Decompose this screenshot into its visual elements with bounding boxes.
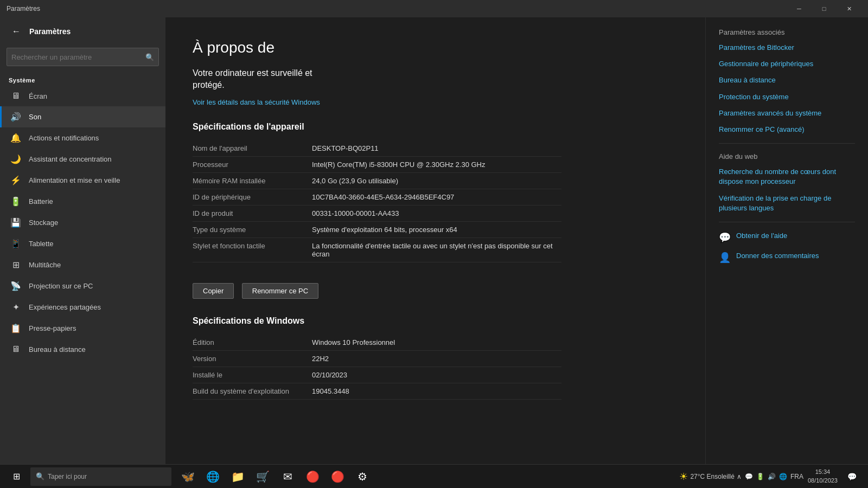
spec-label: ID de périphérique bbox=[193, 193, 312, 201]
link-feedback[interactable]: Donner des commentaires bbox=[736, 251, 819, 261]
spec-label: Installé le bbox=[193, 371, 312, 379]
main-content: À propos de Votre ordinateur est surveil… bbox=[165, 17, 705, 464]
spec-row-install-date: Installé le 02/10/2023 bbox=[193, 367, 561, 383]
sidebar-item-label: Presse-papiers bbox=[29, 324, 76, 332]
link-rename-pc[interactable]: Renommer ce PC (avancé) bbox=[719, 125, 855, 134]
sidebar-item-ecran[interactable]: 🖥 Écran bbox=[0, 86, 165, 106]
share-icon: ✦ bbox=[10, 302, 21, 312]
taskbar-app-mail[interactable]: ✉ bbox=[276, 465, 299, 489]
taskbar-app-explorer[interactable]: 📁 bbox=[226, 465, 250, 489]
taskbar-tray: ∧ 💬 🔋 🔊 🌐 FRA bbox=[737, 473, 803, 480]
link-system-protection[interactable]: Protection du système bbox=[719, 92, 855, 102]
back-button[interactable]: ← bbox=[9, 24, 24, 39]
sidebar-item-multitache[interactable]: ⊞ Multitâche bbox=[0, 254, 165, 275]
right-panel: Paramètres associés Paramètres de Bitloc… bbox=[705, 17, 868, 464]
taskbar-app-settings[interactable]: ⚙ bbox=[350, 465, 374, 489]
spec-row-device-id: ID de périphérique 10C7BA40-3660-44E5-A6… bbox=[193, 189, 561, 206]
clock-date: 08/10/2023 bbox=[808, 477, 838, 485]
tray-chat[interactable]: 💬 bbox=[745, 473, 753, 480]
search-box[interactable]: 🔍 bbox=[7, 48, 159, 66]
help-title: Aide du web bbox=[719, 152, 855, 160]
spec-value: DESKTOP-BQ02P11 bbox=[312, 144, 561, 152]
notification-button[interactable]: 💬 bbox=[840, 465, 864, 489]
spec-row-nom: Nom de l'appareil DESKTOP-BQ02P11 bbox=[193, 140, 561, 157]
taskbar-clock[interactable]: 15:34 08/10/2023 bbox=[808, 468, 838, 485]
app-container: ← Paramètres 🔍 Système 🖥 Écran 🔊 Son 🔔 A… bbox=[0, 17, 868, 464]
sidebar-item-son[interactable]: 🔊 Son bbox=[0, 106, 165, 127]
spec-row-product-id: ID de produit 00331-10000-00001-AA433 bbox=[193, 206, 561, 222]
sidebar-app-title: Paramètres bbox=[29, 27, 71, 36]
link-remote-desktop[interactable]: Bureau à distance bbox=[719, 75, 855, 85]
notification-icon: 🔔 bbox=[10, 133, 21, 143]
sidebar-item-bureau[interactable]: 🖥 Bureau à distance bbox=[0, 339, 165, 359]
taskbar: ⊞ 🔍 Taper ici pour 🦋 🌐 📁 🛒 ✉ 🔴 🔴 ⚙ ☀ 27°… bbox=[0, 464, 868, 488]
spec-label: Processeur bbox=[193, 160, 312, 169]
sidebar-item-projection[interactable]: 📡 Projection sur ce PC bbox=[0, 275, 165, 297]
spec-label: ID de produit bbox=[193, 209, 312, 217]
rename-button[interactable]: Renommer ce PC bbox=[242, 283, 318, 299]
spec-label: Nom de l'appareil bbox=[193, 144, 312, 152]
security-link[interactable]: Voir les détails dans la sécurité Window… bbox=[193, 98, 320, 106]
sidebar-item-notifications[interactable]: 🔔 Actions et notifications bbox=[0, 127, 165, 149]
sidebar-item-label: Écran bbox=[29, 92, 47, 100]
window-controls: ─ □ ✕ bbox=[787, 0, 861, 17]
tray-language[interactable]: FRA bbox=[790, 473, 803, 480]
search-input[interactable] bbox=[11, 53, 145, 61]
sidebar-item-batterie[interactable]: 🔋 Batterie bbox=[0, 191, 165, 212]
close-button[interactable]: ✕ bbox=[837, 0, 861, 17]
sidebar-item-assistant[interactable]: 🌙 Assistant de concentration bbox=[0, 149, 165, 170]
taskbar-app-store[interactable]: 🛒 bbox=[251, 465, 275, 489]
spec-value: Système d'exploitation 64 bits, processe… bbox=[312, 226, 561, 234]
sidebar-item-alimentation[interactable]: ⚡ Alimentation et mise en veille bbox=[0, 170, 165, 191]
sidebar-item-presse[interactable]: 📋 Presse-papiers bbox=[0, 318, 165, 339]
tray-volume[interactable]: 🔊 bbox=[768, 473, 776, 480]
sidebar-item-tablette[interactable]: 📱 Tablette bbox=[0, 233, 165, 254]
start-button[interactable]: ⊞ bbox=[4, 465, 28, 489]
taskbar-app-red1[interactable]: 🔴 bbox=[301, 465, 324, 489]
taskbar-app-red2[interactable]: 🔴 bbox=[326, 465, 349, 489]
moon-icon: 🌙 bbox=[10, 154, 21, 164]
spec-value: Intel(R) Core(TM) i5-8300H CPU @ 2.30GHz… bbox=[312, 160, 561, 169]
associated-params-title: Paramètres associés bbox=[719, 28, 855, 36]
copy-button[interactable]: Copier bbox=[193, 283, 234, 299]
sidebar-item-label: Bureau à distance bbox=[29, 345, 86, 354]
link-cores[interactable]: Recherche du nombre de cœurs dont dispos… bbox=[719, 167, 855, 187]
taskbar-app-icons: 🦋 🌐 📁 🛒 ✉ 🔴 🔴 ⚙ bbox=[176, 465, 374, 489]
link-languages[interactable]: Vérification de la prise en charge de pl… bbox=[719, 194, 855, 213]
taskbar-app-butterfly[interactable]: 🦋 bbox=[176, 465, 200, 489]
link-get-help[interactable]: Obtenir de l'aide bbox=[736, 231, 787, 241]
divider2 bbox=[719, 222, 855, 222]
minimize-button[interactable]: ─ bbox=[787, 0, 812, 17]
link-device-manager[interactable]: Gestionnaire de périphériques bbox=[719, 59, 855, 69]
taskbar-weather[interactable]: ☀ 27°C Ensoleillé bbox=[679, 471, 735, 483]
taskbar-search[interactable]: 🔍 Taper ici pour bbox=[30, 467, 171, 486]
spec-value: 24,0 Go (23,9 Go utilisable) bbox=[312, 177, 561, 185]
taskbar-search-text: Taper ici pour bbox=[48, 473, 87, 480]
clipboard-icon: 📋 bbox=[10, 323, 21, 333]
sidebar-item-experiences[interactable]: ✦ Expériences partagées bbox=[0, 297, 165, 318]
weather-icon: ☀ bbox=[679, 471, 688, 483]
link-advanced-params[interactable]: Paramètres avancés du système bbox=[719, 108, 855, 118]
spec-row-ram: Mémoire RAM installée 24,0 Go (23,9 Go u… bbox=[193, 173, 561, 189]
sound-icon: 🔊 bbox=[10, 112, 21, 122]
device-specs-table: Nom de l'appareil DESKTOP-BQ02P11 Proces… bbox=[193, 140, 561, 262]
windows-specs-title: Spécifications de Windows bbox=[193, 316, 678, 326]
tray-chevron[interactable]: ∧ bbox=[737, 473, 742, 480]
windows-specs-table: Édition Windows 10 Professionnel Version… bbox=[193, 335, 561, 400]
spec-label: Version bbox=[193, 355, 312, 363]
sidebar: ← Paramètres 🔍 Système 🖥 Écran 🔊 Son 🔔 A… bbox=[0, 17, 165, 464]
tray-network[interactable]: 🌐 bbox=[779, 473, 787, 480]
feedback-icon: 👤 bbox=[719, 252, 731, 264]
sidebar-item-stockage[interactable]: 💾 Stockage bbox=[0, 212, 165, 233]
link-bitlocker[interactable]: Paramètres de Bitlocker bbox=[719, 43, 855, 53]
taskbar-app-edge[interactable]: 🌐 bbox=[201, 465, 225, 489]
title-bar: Paramètres ─ □ ✕ bbox=[0, 0, 868, 17]
maximize-button[interactable]: □ bbox=[812, 0, 837, 17]
tablet-icon: 📱 bbox=[10, 239, 21, 249]
sidebar-header: ← Paramètres bbox=[0, 17, 165, 46]
sidebar-item-label: Multitâche bbox=[29, 261, 61, 269]
spec-value: La fonctionnalité d'entrée tactile ou av… bbox=[312, 242, 561, 258]
power-icon: ⚡ bbox=[10, 175, 21, 185]
clock-time: 15:34 bbox=[808, 468, 838, 476]
tray-battery[interactable]: 🔋 bbox=[756, 473, 764, 480]
